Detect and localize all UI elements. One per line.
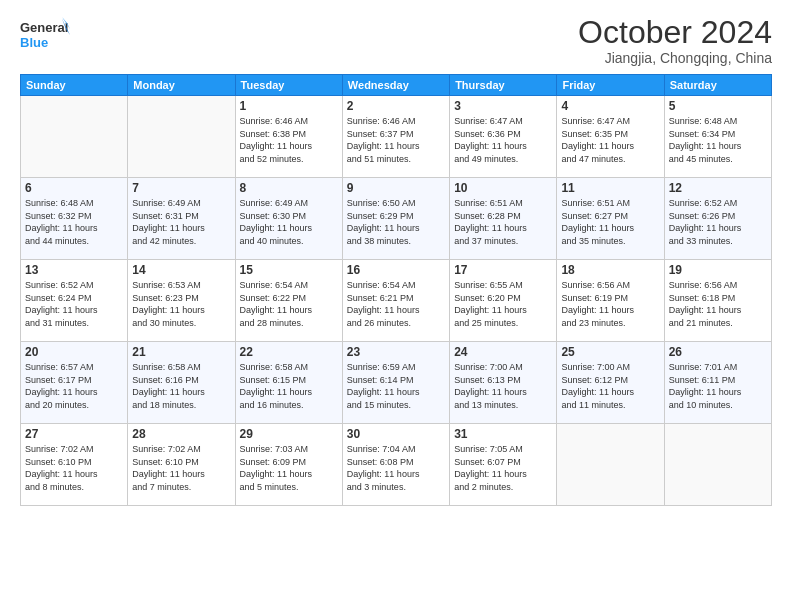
calendar-cell: 19Sunrise: 6:56 AMSunset: 6:18 PMDayligh… [664,260,771,342]
day-info: Sunrise: 6:52 AMSunset: 6:26 PMDaylight:… [669,197,767,247]
calendar-cell: 29Sunrise: 7:03 AMSunset: 6:09 PMDayligh… [235,424,342,506]
calendar-cell: 11Sunrise: 6:51 AMSunset: 6:27 PMDayligh… [557,178,664,260]
svg-text:Blue: Blue [20,35,48,50]
calendar-cell: 15Sunrise: 6:54 AMSunset: 6:22 PMDayligh… [235,260,342,342]
day-info: Sunrise: 6:46 AMSunset: 6:38 PMDaylight:… [240,115,338,165]
day-number: 10 [454,181,552,195]
calendar-cell: 26Sunrise: 7:01 AMSunset: 6:11 PMDayligh… [664,342,771,424]
calendar-cell: 1Sunrise: 6:46 AMSunset: 6:38 PMDaylight… [235,96,342,178]
day-number: 11 [561,181,659,195]
weekday-header-wednesday: Wednesday [342,75,449,96]
day-number: 23 [347,345,445,359]
calendar-cell: 25Sunrise: 7:00 AMSunset: 6:12 PMDayligh… [557,342,664,424]
calendar-week-1: 1Sunrise: 6:46 AMSunset: 6:38 PMDaylight… [21,96,772,178]
calendar-cell: 4Sunrise: 6:47 AMSunset: 6:35 PMDaylight… [557,96,664,178]
day-info: Sunrise: 6:46 AMSunset: 6:37 PMDaylight:… [347,115,445,165]
day-number: 12 [669,181,767,195]
day-info: Sunrise: 6:57 AMSunset: 6:17 PMDaylight:… [25,361,123,411]
day-number: 21 [132,345,230,359]
day-number: 29 [240,427,338,441]
day-number: 25 [561,345,659,359]
day-number: 2 [347,99,445,113]
calendar-week-5: 27Sunrise: 7:02 AMSunset: 6:10 PMDayligh… [21,424,772,506]
day-number: 17 [454,263,552,277]
day-number: 14 [132,263,230,277]
day-info: Sunrise: 7:02 AMSunset: 6:10 PMDaylight:… [132,443,230,493]
weekday-header-thursday: Thursday [450,75,557,96]
calendar-cell [557,424,664,506]
day-info: Sunrise: 7:04 AMSunset: 6:08 PMDaylight:… [347,443,445,493]
calendar-cell: 27Sunrise: 7:02 AMSunset: 6:10 PMDayligh… [21,424,128,506]
day-number: 8 [240,181,338,195]
day-number: 28 [132,427,230,441]
day-number: 5 [669,99,767,113]
day-info: Sunrise: 6:48 AMSunset: 6:34 PMDaylight:… [669,115,767,165]
day-info: Sunrise: 6:51 AMSunset: 6:28 PMDaylight:… [454,197,552,247]
calendar-table: SundayMondayTuesdayWednesdayThursdayFrid… [20,74,772,506]
weekday-header-tuesday: Tuesday [235,75,342,96]
day-info: Sunrise: 6:53 AMSunset: 6:23 PMDaylight:… [132,279,230,329]
day-info: Sunrise: 6:50 AMSunset: 6:29 PMDaylight:… [347,197,445,247]
day-info: Sunrise: 6:55 AMSunset: 6:20 PMDaylight:… [454,279,552,329]
day-info: Sunrise: 6:54 AMSunset: 6:22 PMDaylight:… [240,279,338,329]
day-info: Sunrise: 6:56 AMSunset: 6:19 PMDaylight:… [561,279,659,329]
calendar-cell: 2Sunrise: 6:46 AMSunset: 6:37 PMDaylight… [342,96,449,178]
calendar-cell: 22Sunrise: 6:58 AMSunset: 6:15 PMDayligh… [235,342,342,424]
day-info: Sunrise: 7:00 AMSunset: 6:12 PMDaylight:… [561,361,659,411]
calendar-cell: 8Sunrise: 6:49 AMSunset: 6:30 PMDaylight… [235,178,342,260]
day-info: Sunrise: 6:52 AMSunset: 6:24 PMDaylight:… [25,279,123,329]
day-number: 9 [347,181,445,195]
day-info: Sunrise: 7:02 AMSunset: 6:10 PMDaylight:… [25,443,123,493]
day-number: 15 [240,263,338,277]
day-info: Sunrise: 6:54 AMSunset: 6:21 PMDaylight:… [347,279,445,329]
day-number: 20 [25,345,123,359]
day-info: Sunrise: 7:03 AMSunset: 6:09 PMDaylight:… [240,443,338,493]
day-number: 30 [347,427,445,441]
day-number: 26 [669,345,767,359]
day-info: Sunrise: 6:58 AMSunset: 6:16 PMDaylight:… [132,361,230,411]
day-info: Sunrise: 6:47 AMSunset: 6:36 PMDaylight:… [454,115,552,165]
day-number: 4 [561,99,659,113]
day-number: 27 [25,427,123,441]
day-info: Sunrise: 6:49 AMSunset: 6:31 PMDaylight:… [132,197,230,247]
calendar-cell: 7Sunrise: 6:49 AMSunset: 6:31 PMDaylight… [128,178,235,260]
calendar-cell: 9Sunrise: 6:50 AMSunset: 6:29 PMDaylight… [342,178,449,260]
day-info: Sunrise: 7:00 AMSunset: 6:13 PMDaylight:… [454,361,552,411]
weekday-header-saturday: Saturday [664,75,771,96]
day-info: Sunrise: 6:47 AMSunset: 6:35 PMDaylight:… [561,115,659,165]
day-number: 19 [669,263,767,277]
location: Jiangjia, Chongqing, China [578,50,772,66]
day-info: Sunrise: 6:48 AMSunset: 6:32 PMDaylight:… [25,197,123,247]
calendar-cell: 20Sunrise: 6:57 AMSunset: 6:17 PMDayligh… [21,342,128,424]
logo: General Blue [20,15,70,53]
calendar-cell: 28Sunrise: 7:02 AMSunset: 6:10 PMDayligh… [128,424,235,506]
day-info: Sunrise: 6:58 AMSunset: 6:15 PMDaylight:… [240,361,338,411]
day-number: 16 [347,263,445,277]
calendar-cell [664,424,771,506]
day-number: 3 [454,99,552,113]
calendar-cell: 16Sunrise: 6:54 AMSunset: 6:21 PMDayligh… [342,260,449,342]
calendar-cell: 21Sunrise: 6:58 AMSunset: 6:16 PMDayligh… [128,342,235,424]
day-info: Sunrise: 7:05 AMSunset: 6:07 PMDaylight:… [454,443,552,493]
calendar-cell: 10Sunrise: 6:51 AMSunset: 6:28 PMDayligh… [450,178,557,260]
day-info: Sunrise: 6:49 AMSunset: 6:30 PMDaylight:… [240,197,338,247]
logo-svg: General Blue [20,15,70,53]
calendar-page: General Blue October 2024 Jiangjia, Chon… [0,0,792,612]
calendar-cell: 13Sunrise: 6:52 AMSunset: 6:24 PMDayligh… [21,260,128,342]
calendar-cell: 30Sunrise: 7:04 AMSunset: 6:08 PMDayligh… [342,424,449,506]
calendar-cell: 14Sunrise: 6:53 AMSunset: 6:23 PMDayligh… [128,260,235,342]
weekday-header-monday: Monday [128,75,235,96]
day-number: 1 [240,99,338,113]
calendar-cell: 6Sunrise: 6:48 AMSunset: 6:32 PMDaylight… [21,178,128,260]
day-info: Sunrise: 7:01 AMSunset: 6:11 PMDaylight:… [669,361,767,411]
calendar-week-3: 13Sunrise: 6:52 AMSunset: 6:24 PMDayligh… [21,260,772,342]
day-number: 6 [25,181,123,195]
svg-text:General: General [20,20,68,35]
calendar-cell: 23Sunrise: 6:59 AMSunset: 6:14 PMDayligh… [342,342,449,424]
calendar-week-2: 6Sunrise: 6:48 AMSunset: 6:32 PMDaylight… [21,178,772,260]
calendar-week-4: 20Sunrise: 6:57 AMSunset: 6:17 PMDayligh… [21,342,772,424]
day-number: 22 [240,345,338,359]
day-number: 13 [25,263,123,277]
calendar-cell: 12Sunrise: 6:52 AMSunset: 6:26 PMDayligh… [664,178,771,260]
day-number: 24 [454,345,552,359]
